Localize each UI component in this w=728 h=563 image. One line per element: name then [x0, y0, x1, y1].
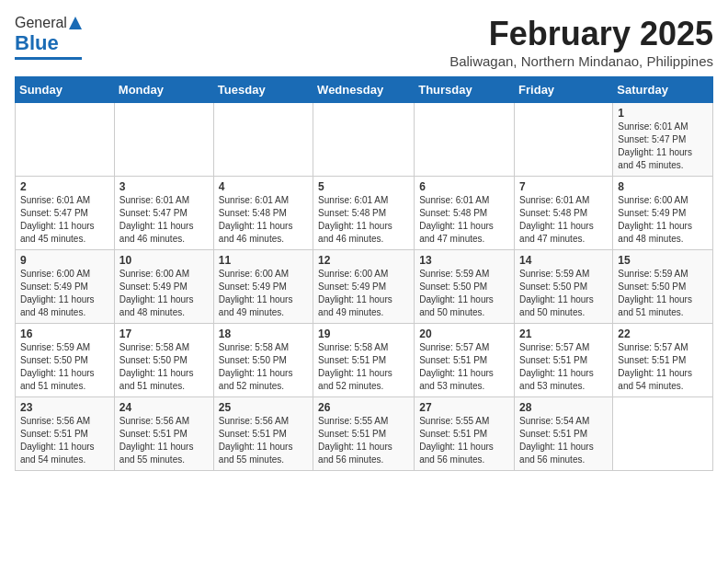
day-info: Sunrise: 6:00 AM Sunset: 5:49 PM Dayligh…: [618, 194, 708, 246]
day-info: Sunrise: 6:00 AM Sunset: 5:49 PM Dayligh…: [119, 268, 209, 319]
weekday-header-tuesday: Tuesday: [213, 77, 313, 103]
calendar-cell: [515, 103, 613, 177]
day-number: 21: [519, 327, 608, 340]
day-number: 15: [618, 254, 708, 267]
calendar-cell: [114, 103, 213, 177]
calendar-cell: 8Sunrise: 6:00 AM Sunset: 5:49 PM Daylig…: [613, 177, 713, 250]
day-number: 6: [419, 180, 509, 193]
day-number: 27: [419, 401, 509, 414]
calendar-cell: 14Sunrise: 5:59 AM Sunset: 5:50 PM Dayli…: [515, 250, 613, 324]
day-number: 12: [318, 254, 409, 267]
day-info: Sunrise: 5:57 AM Sunset: 5:51 PM Dayligh…: [419, 341, 509, 393]
day-number: 13: [419, 254, 509, 267]
calendar-body: 1Sunrise: 6:01 AM Sunset: 5:47 PM Daylig…: [16, 103, 713, 471]
weekday-header-sunday: Sunday: [16, 77, 115, 103]
calendar-cell: 28Sunrise: 5:54 AM Sunset: 5:51 PM Dayli…: [515, 397, 613, 471]
calendar-cell: 20Sunrise: 5:57 AM Sunset: 5:51 PM Dayli…: [415, 324, 515, 397]
day-number: 22: [618, 327, 708, 340]
day-number: 16: [20, 327, 109, 340]
day-number: 23: [20, 401, 109, 414]
day-number: 17: [119, 327, 209, 340]
day-info: Sunrise: 5:59 AM Sunset: 5:50 PM Dayligh…: [20, 341, 109, 393]
day-number: 14: [519, 254, 608, 267]
calendar-cell: 27Sunrise: 5:55 AM Sunset: 5:51 PM Dayli…: [415, 397, 515, 471]
day-number: 24: [119, 401, 209, 414]
day-info: Sunrise: 5:56 AM Sunset: 5:51 PM Dayligh…: [219, 415, 308, 466]
calendar-cell: 15Sunrise: 5:59 AM Sunset: 5:50 PM Dayli…: [613, 250, 713, 324]
calendar-cell: 5Sunrise: 6:01 AM Sunset: 5:48 PM Daylig…: [313, 177, 415, 250]
calendar-cell: 7Sunrise: 6:01 AM Sunset: 5:48 PM Daylig…: [515, 177, 613, 250]
calendar-title: February 2025: [449, 15, 713, 53]
day-number: 7: [519, 180, 608, 193]
weekday-header-saturday: Saturday: [613, 77, 713, 103]
day-info: Sunrise: 6:00 AM Sunset: 5:49 PM Dayligh…: [219, 268, 308, 319]
calendar-week-4: 16Sunrise: 5:59 AM Sunset: 5:50 PM Dayli…: [16, 324, 713, 397]
calendar-cell: 22Sunrise: 5:57 AM Sunset: 5:51 PM Dayli…: [613, 324, 713, 397]
calendar-week-1: 1Sunrise: 6:01 AM Sunset: 5:47 PM Daylig…: [16, 103, 713, 177]
day-number: 2: [20, 180, 109, 193]
day-number: 26: [318, 401, 409, 414]
calendar-cell: 17Sunrise: 5:58 AM Sunset: 5:50 PM Dayli…: [114, 324, 213, 397]
calendar-cell: 4Sunrise: 6:01 AM Sunset: 5:48 PM Daylig…: [213, 177, 313, 250]
page-header: General Blue February 2025 Baliwagan, No…: [15, 15, 713, 69]
calendar-cell: 11Sunrise: 6:00 AM Sunset: 5:49 PM Dayli…: [213, 250, 313, 324]
day-info: Sunrise: 5:58 AM Sunset: 5:50 PM Dayligh…: [119, 341, 209, 393]
calendar-cell: [415, 103, 515, 177]
day-info: Sunrise: 5:57 AM Sunset: 5:51 PM Dayligh…: [618, 341, 708, 393]
calendar-cell: [213, 103, 313, 177]
day-info: Sunrise: 5:59 AM Sunset: 5:50 PM Dayligh…: [419, 268, 509, 319]
weekday-header-row: SundayMondayTuesdayWednesdayThursdayFrid…: [16, 77, 713, 103]
day-number: 28: [519, 401, 608, 414]
calendar-cell: 2Sunrise: 6:01 AM Sunset: 5:47 PM Daylig…: [16, 177, 115, 250]
calendar-cell: [313, 103, 415, 177]
calendar-cell: 16Sunrise: 5:59 AM Sunset: 5:50 PM Dayli…: [16, 324, 115, 397]
calendar-cell: 12Sunrise: 6:00 AM Sunset: 5:49 PM Dayli…: [313, 250, 415, 324]
calendar-cell: [16, 103, 115, 177]
day-number: 20: [419, 327, 509, 340]
day-info: Sunrise: 5:56 AM Sunset: 5:51 PM Dayligh…: [20, 415, 109, 466]
day-number: 10: [119, 254, 209, 267]
day-number: 1: [618, 107, 708, 120]
calendar-cell: 13Sunrise: 5:59 AM Sunset: 5:50 PM Dayli…: [415, 250, 515, 324]
day-info: Sunrise: 6:01 AM Sunset: 5:48 PM Dayligh…: [519, 194, 608, 246]
day-info: Sunrise: 5:57 AM Sunset: 5:51 PM Dayligh…: [519, 341, 608, 393]
calendar-header: SundayMondayTuesdayWednesdayThursdayFrid…: [16, 77, 713, 103]
calendar-week-3: 9Sunrise: 6:00 AM Sunset: 5:49 PM Daylig…: [16, 250, 713, 324]
day-info: Sunrise: 6:01 AM Sunset: 5:47 PM Dayligh…: [20, 194, 109, 246]
calendar-cell: 26Sunrise: 5:55 AM Sunset: 5:51 PM Dayli…: [313, 397, 415, 471]
calendar-cell: 3Sunrise: 6:01 AM Sunset: 5:47 PM Daylig…: [114, 177, 213, 250]
title-block: February 2025 Baliwagan, Northern Mindan…: [449, 15, 713, 69]
day-number: 11: [219, 254, 308, 267]
day-info: Sunrise: 6:01 AM Sunset: 5:47 PM Dayligh…: [119, 194, 209, 246]
day-info: Sunrise: 6:00 AM Sunset: 5:49 PM Dayligh…: [318, 268, 409, 319]
calendar-subtitle: Baliwagan, Northern Mindanao, Philippine…: [449, 53, 713, 69]
calendar-table: SundayMondayTuesdayWednesdayThursdayFrid…: [15, 76, 713, 471]
calendar-cell: 23Sunrise: 5:56 AM Sunset: 5:51 PM Dayli…: [16, 397, 115, 471]
weekday-header-friday: Friday: [515, 77, 613, 103]
logo: General Blue: [15, 15, 82, 60]
svg-marker-0: [69, 17, 82, 29]
logo-triangle-icon: [69, 17, 82, 29]
logo-underline: [15, 57, 82, 60]
day-info: Sunrise: 6:01 AM Sunset: 5:48 PM Dayligh…: [219, 194, 308, 246]
day-number: 8: [618, 180, 708, 193]
calendar-cell: 25Sunrise: 5:56 AM Sunset: 5:51 PM Dayli…: [213, 397, 313, 471]
day-number: 9: [20, 254, 109, 267]
day-info: Sunrise: 5:55 AM Sunset: 5:51 PM Dayligh…: [318, 415, 409, 466]
calendar-cell: 21Sunrise: 5:57 AM Sunset: 5:51 PM Dayli…: [515, 324, 613, 397]
calendar-week-5: 23Sunrise: 5:56 AM Sunset: 5:51 PM Dayli…: [16, 397, 713, 471]
day-number: 25: [219, 401, 308, 414]
weekday-header-thursday: Thursday: [415, 77, 515, 103]
weekday-header-monday: Monday: [114, 77, 213, 103]
calendar-cell: 6Sunrise: 6:01 AM Sunset: 5:48 PM Daylig…: [415, 177, 515, 250]
day-info: Sunrise: 5:58 AM Sunset: 5:50 PM Dayligh…: [219, 341, 308, 393]
logo-general-text: General: [15, 15, 67, 31]
day-info: Sunrise: 6:01 AM Sunset: 5:48 PM Dayligh…: [318, 194, 409, 246]
calendar-cell: 18Sunrise: 5:58 AM Sunset: 5:50 PM Dayli…: [213, 324, 313, 397]
day-info: Sunrise: 5:56 AM Sunset: 5:51 PM Dayligh…: [119, 415, 209, 466]
day-info: Sunrise: 6:01 AM Sunset: 5:48 PM Dayligh…: [419, 194, 509, 246]
day-info: Sunrise: 5:55 AM Sunset: 5:51 PM Dayligh…: [419, 415, 509, 466]
calendar-week-2: 2Sunrise: 6:01 AM Sunset: 5:47 PM Daylig…: [16, 177, 713, 250]
calendar-cell: 19Sunrise: 5:58 AM Sunset: 5:51 PM Dayli…: [313, 324, 415, 397]
calendar-cell: 10Sunrise: 6:00 AM Sunset: 5:49 PM Dayli…: [114, 250, 213, 324]
